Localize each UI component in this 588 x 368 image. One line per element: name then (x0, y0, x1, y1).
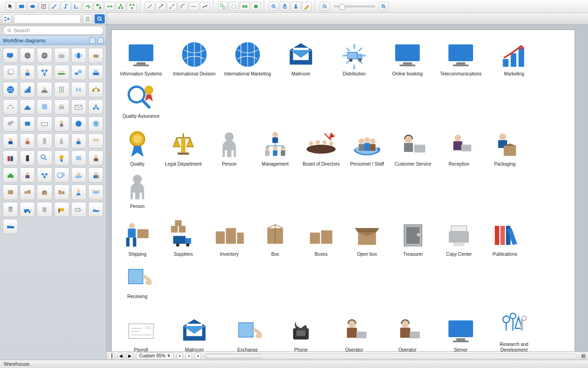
panel-toggle-right[interactable]: ▤ (580, 353, 586, 359)
canvas-shape[interactable]: Information Systems (116, 37, 166, 77)
zoom-level-select[interactable]: Custom 55%⇅ (136, 352, 174, 359)
library-thumb[interactable] (54, 184, 69, 200)
ellipse-tool-button[interactable] (28, 2, 38, 11)
library-thumb[interactable] (37, 184, 52, 200)
group1-button[interactable] (218, 2, 228, 11)
library-thumb[interactable] (54, 202, 69, 217)
library-thumb[interactable] (71, 48, 86, 63)
canvas-shape[interactable]: International Marketing (223, 37, 272, 77)
view-mode-3[interactable]: ▪ (195, 353, 201, 359)
canvas-shape[interactable]: Personnel / Staff (346, 127, 388, 167)
library-thumb[interactable] (54, 167, 69, 183)
library-thumb[interactable] (3, 48, 18, 63)
canvas-shape[interactable]: Treasurer (392, 218, 434, 257)
library-thumb[interactable] (20, 150, 35, 166)
library-thumb[interactable] (54, 48, 69, 63)
page-next-button[interactable]: ▶ (127, 353, 133, 359)
connector3-button[interactable] (72, 2, 82, 11)
canvas-shape[interactable]: Inventory (208, 218, 250, 257)
canvas-shape[interactable]: Marketing (489, 37, 539, 77)
library-thumb[interactable] (3, 82, 18, 97)
pan-tool-button[interactable] (280, 2, 290, 11)
library-thumb[interactable]: $ (88, 116, 103, 132)
text-tool-button[interactable] (39, 2, 49, 11)
canvas-shape[interactable]: Board of Directors (300, 127, 342, 167)
canvas-shape[interactable]: Quality Assurance (116, 80, 166, 119)
zoom-slider[interactable] (334, 6, 375, 7)
group2-button[interactable] (229, 2, 239, 11)
library-thumb[interactable]: − (20, 48, 35, 63)
zoom-in-button-2[interactable] (379, 2, 389, 11)
connector1-button[interactable] (50, 2, 60, 11)
canvas-shape[interactable]: Exchange (223, 313, 272, 351)
library-thumb[interactable] (54, 65, 69, 80)
library-thumb[interactable] (71, 202, 86, 217)
library-thumb[interactable] (88, 150, 103, 166)
library-thumb[interactable] (37, 133, 52, 149)
library-thumb[interactable] (88, 65, 103, 80)
arrow-tool-button[interactable] (156, 2, 166, 11)
library-thumb[interactable] (20, 82, 35, 97)
library-panel-header[interactable]: Workflow diagrams (0, 36, 107, 45)
canvas-shape[interactable]: Legal Department (162, 127, 204, 167)
canvas-shape[interactable]: Box (254, 218, 296, 257)
canvas-shape[interactable]: Telecommunications (436, 37, 486, 77)
library-thumb[interactable] (71, 133, 86, 149)
library-thumb[interactable] (3, 202, 18, 217)
arc-tool-button[interactable] (178, 2, 188, 11)
library-thumb[interactable] (88, 202, 103, 217)
zoom-in-button[interactable] (269, 2, 279, 11)
library-thumb[interactable] (71, 167, 86, 183)
canvas-shape[interactable]: Suppliers (162, 218, 204, 257)
line-tool-button[interactable] (145, 2, 155, 11)
canvas-shape[interactable]: Person (116, 170, 158, 209)
canvas-shape[interactable]: International Division (170, 37, 219, 77)
library-thumb[interactable] (3, 150, 18, 166)
dual-arrow-button[interactable] (167, 2, 177, 11)
library-thumb[interactable] (71, 116, 86, 132)
panel-toggle-icon[interactable] (89, 37, 96, 44)
canvas-shape[interactable]: Phone (276, 313, 326, 351)
canvas-shape[interactable]: Publications (484, 218, 526, 257)
canvas-shape[interactable]: Quality (116, 127, 158, 167)
canvas-shape[interactable]: Person (208, 127, 250, 167)
library-thumb[interactable] (20, 116, 35, 132)
library-thumb[interactable] (20, 202, 35, 217)
library-thumb[interactable] (88, 184, 103, 200)
library-thumb[interactable]: $ (54, 82, 69, 97)
pointer-tool-button[interactable] (6, 2, 16, 11)
library-thumb[interactable] (3, 184, 18, 200)
multi-line-button[interactable] (189, 2, 199, 11)
library-thumb[interactable] (3, 133, 18, 149)
canvas-shape[interactable]: Boxes (300, 218, 342, 257)
canvas-shape[interactable]: Receiving (116, 260, 158, 299)
connector6-button[interactable] (105, 2, 115, 11)
library-thumb[interactable] (88, 133, 103, 149)
library-thumb[interactable] (37, 65, 52, 80)
library-thumb[interactable] (37, 99, 52, 115)
library-thumb[interactable] (71, 99, 86, 115)
group4-button[interactable] (251, 2, 261, 11)
library-thumb[interactable] (3, 65, 18, 80)
view-mode-2[interactable]: ▪ (186, 353, 192, 359)
canvas-shape[interactable]: Open box (346, 218, 388, 257)
canvas-shape[interactable]: Mailroom (170, 313, 219, 351)
library-thumb[interactable] (54, 99, 69, 115)
library-thumb[interactable] (54, 133, 69, 149)
group3-button[interactable] (240, 2, 250, 11)
library-thumb[interactable] (37, 116, 52, 132)
pencil-tool-button[interactable] (302, 2, 312, 11)
library-thumb[interactable] (88, 167, 103, 183)
library-thumb[interactable] (3, 99, 18, 115)
canvas-shape[interactable]: Shipping (116, 218, 158, 257)
library-thumb[interactable] (54, 116, 69, 132)
library-search-input[interactable]: Search (3, 26, 104, 35)
library-thumb[interactable] (20, 133, 35, 149)
library-thumb[interactable] (3, 116, 18, 132)
panel-close-icon[interactable] (97, 37, 104, 44)
library-thumb[interactable] (88, 48, 103, 63)
canvas-shape[interactable]: Customer Service (392, 127, 434, 167)
library-thumb[interactable] (20, 167, 35, 183)
canvas-shape[interactable]: Mailroom (276, 37, 326, 77)
canvas-shape[interactable]: Management (254, 127, 296, 167)
